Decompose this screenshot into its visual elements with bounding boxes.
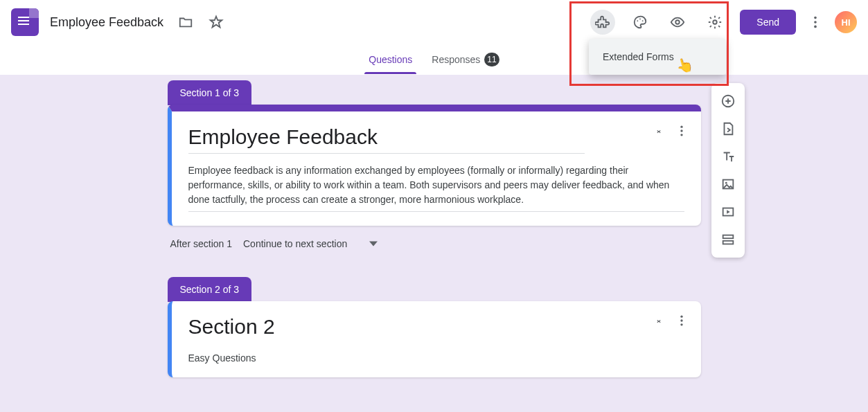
add-image-button[interactable] bbox=[716, 172, 741, 197]
section-title-input[interactable]: Employee Feedback bbox=[188, 125, 585, 154]
svg-point-5 bbox=[814, 17, 817, 19]
preview-button[interactable] bbox=[665, 10, 690, 35]
import-icon bbox=[720, 121, 736, 136]
app-header: Employee Feedback Send HI bbox=[0, 0, 868, 44]
form-title[interactable]: Employee Feedback bbox=[50, 15, 163, 30]
floating-toolbar bbox=[711, 83, 745, 258]
customize-theme-button[interactable] bbox=[628, 10, 653, 35]
svg-point-2 bbox=[642, 20, 644, 21]
text-icon bbox=[720, 149, 736, 164]
chevron-down-icon bbox=[369, 240, 378, 248]
svg-point-12 bbox=[680, 319, 682, 321]
svg-point-7 bbox=[814, 26, 817, 28]
section-description-input[interactable]: Employee feedback is any information exc… bbox=[188, 163, 684, 212]
svg-point-6 bbox=[814, 21, 817, 24]
section-more-button[interactable] bbox=[675, 314, 689, 330]
plus-circle-icon bbox=[720, 93, 736, 109]
addon-menu-item-extended-forms[interactable]: Extended Forms bbox=[603, 51, 712, 62]
addons-button[interactable] bbox=[590, 10, 615, 35]
star-icon bbox=[209, 15, 224, 30]
after-section-row: After section 1 Continue to next section bbox=[168, 226, 701, 277]
forms-logo-icon bbox=[11, 8, 39, 36]
eye-icon bbox=[670, 15, 685, 30]
section-header-card-2[interactable]: ⌄⌃ Section 2 Easy Questions bbox=[168, 301, 701, 377]
settings-button[interactable] bbox=[702, 10, 727, 35]
puzzle-icon bbox=[595, 15, 610, 30]
responses-count-badge: 11 bbox=[484, 53, 499, 66]
svg-point-3 bbox=[676, 20, 680, 24]
header-right-icons bbox=[590, 10, 727, 35]
add-title-button[interactable] bbox=[716, 144, 741, 169]
collapse-section-button[interactable]: ⌄⌃ bbox=[655, 317, 662, 327]
section-header-card-1[interactable]: ⌄⌃ Employee Feedback Employee feedback i… bbox=[168, 105, 701, 226]
gear-icon bbox=[707, 15, 723, 30]
collapse-section-button[interactable]: ⌄⌃ bbox=[655, 127, 662, 137]
svg-point-13 bbox=[680, 323, 682, 325]
more-vert-icon bbox=[675, 314, 689, 328]
svg-point-0 bbox=[637, 20, 639, 21]
svg-point-9 bbox=[680, 129, 682, 132]
tab-responses-label: Responses bbox=[432, 54, 480, 65]
svg-point-4 bbox=[714, 20, 718, 24]
svg-point-10 bbox=[680, 134, 682, 136]
add-video-button[interactable] bbox=[716, 199, 741, 224]
svg-point-1 bbox=[639, 19, 641, 20]
star-button[interactable] bbox=[202, 8, 230, 36]
svg-rect-19 bbox=[723, 241, 733, 244]
section-tab-1: Section 1 of 3 bbox=[168, 80, 252, 105]
section-tab-2: Section 2 of 3 bbox=[168, 277, 252, 302]
section-title-input[interactable]: Section 2 bbox=[188, 315, 585, 343]
after-section-label: After section 1 bbox=[170, 238, 233, 249]
addon-dropdown-menu: Extended Forms bbox=[589, 39, 726, 75]
svg-point-11 bbox=[680, 316, 682, 318]
user-avatar[interactable]: HI bbox=[835, 11, 857, 33]
tab-questions-label: Questions bbox=[369, 54, 412, 65]
tab-responses[interactable]: Responses 11 bbox=[422, 44, 508, 74]
after-section-value: Continue to next section bbox=[243, 238, 347, 249]
more-vert-icon bbox=[808, 15, 823, 30]
send-button[interactable]: Send bbox=[740, 10, 796, 35]
section-description-input[interactable]: Easy Questions bbox=[188, 352, 684, 364]
add-section-button[interactable] bbox=[716, 227, 741, 252]
image-icon bbox=[720, 177, 736, 192]
svg-rect-18 bbox=[723, 235, 733, 239]
folder-icon bbox=[178, 15, 193, 30]
more-options-button[interactable] bbox=[801, 8, 829, 36]
import-questions-button[interactable] bbox=[716, 116, 741, 141]
section-icon bbox=[720, 232, 736, 247]
section-more-button[interactable] bbox=[675, 124, 689, 141]
move-to-folder-button[interactable] bbox=[172, 8, 200, 36]
video-icon bbox=[720, 204, 736, 220]
svg-point-8 bbox=[680, 126, 682, 128]
palette-icon bbox=[632, 15, 648, 30]
more-vert-icon bbox=[675, 124, 689, 138]
tab-questions[interactable]: Questions bbox=[359, 44, 422, 74]
tabs-bar: Questions Responses 11 bbox=[0, 44, 868, 75]
add-question-button[interactable] bbox=[716, 89, 741, 114]
svg-point-16 bbox=[725, 182, 727, 184]
after-section-dropdown[interactable]: Continue to next section bbox=[243, 238, 378, 249]
